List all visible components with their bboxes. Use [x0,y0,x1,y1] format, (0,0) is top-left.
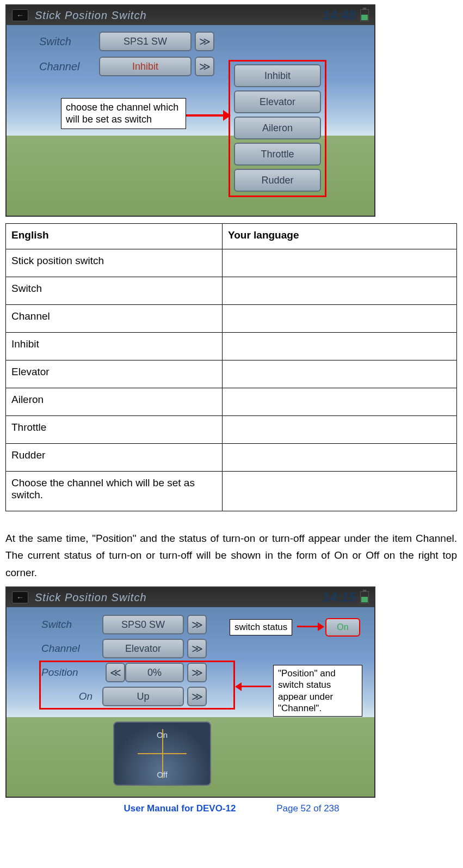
annotation-position-text: "Position" and switch status appear unde… [273,665,362,717]
form-rows: Switch SPS1 SW ≫ Channel Inhibit ≫ [39,32,214,82]
translation-table: English Your language Stick position swi… [5,223,457,511]
table-row: Aileron [6,388,457,416]
dropdown-item[interactable]: Aileron [234,117,321,139]
row-switch: Switch SPS0 SW ≫ [41,615,207,634]
label-channel: Channel [41,643,102,655]
table-row: Throttle [6,416,457,444]
header-english: English [6,224,223,249]
header-yourlang: Your language [222,224,456,249]
table-header-row: English Your language [6,224,457,249]
cell-yourlang[interactable] [222,277,456,305]
cell-english: Throttle [6,416,223,444]
annotation-arrow [236,686,271,687]
device-topbar: ← Stick Position Switch 14:48 [7,5,374,25]
label-channel: Channel [39,60,99,73]
screenshot-1: ← Stick Position Switch 14:48 Switch SPS… [5,4,375,217]
table-row: Elevator [6,360,457,388]
label-switch: Switch [39,35,99,48]
cell-yourlang[interactable] [222,472,456,511]
annotation-tooltip: choose the channel which will be set as … [61,98,186,129]
label-switch: Switch [41,619,102,631]
row-channel: Channel Inhibit ≫ [39,57,214,76]
value-switch[interactable]: SPS1 SW [99,32,192,51]
value-channel[interactable]: Inhibit [99,57,192,76]
clock: 14:48 [323,8,356,23]
footer-title: User Manual for DEVO-12 [124,803,236,814]
footer-page: Page 52 of 238 [276,803,339,814]
chevron-right-icon[interactable]: ≫ [195,32,214,51]
gauge-off-label: Off [157,770,168,779]
chevron-right-icon[interactable]: ≫ [195,57,214,76]
cell-yourlang[interactable] [222,249,456,277]
back-button[interactable]: ← [12,9,28,21]
cell-yourlang[interactable] [222,333,456,360]
cell-english: Rudder [6,444,223,472]
table-row: Rudder [6,444,457,472]
dropdown-item[interactable]: Inhibit [234,64,321,87]
battery-icon [360,9,369,21]
page-footer: User Manual for DEVO-12 Page 52 of 238 [5,803,458,814]
chevron-right-icon[interactable]: ≫ [187,615,207,634]
chevron-right-icon[interactable]: ≫ [187,639,207,658]
clock: 14:15 [323,590,356,605]
cell-yourlang[interactable] [222,416,456,444]
cell-english: Choose the channel which will be set as … [6,472,223,511]
dropdown-item[interactable]: Elevator [234,90,321,113]
position-gauge: On Off [113,722,211,786]
screen-title: Stick Position Switch [35,9,147,22]
table-row: Channel [6,305,457,333]
screen-title: Stick Position Switch [35,591,147,604]
back-button[interactable]: ← [12,591,28,603]
table-row: Switch [6,277,457,305]
table-row: Stick position switch [6,249,457,277]
cell-english: Aileron [6,388,223,416]
cell-english: Elevator [6,360,223,388]
battery-icon [360,591,369,603]
value-switch[interactable]: SPS0 SW [102,615,184,634]
cell-yourlang[interactable] [222,305,456,333]
cell-english: Inhibit [6,333,223,360]
device-topbar: ← Stick Position Switch 14:15 [7,588,374,607]
cell-yourlang[interactable] [222,388,456,416]
annotation-arrow [186,114,230,117]
dropdown-item[interactable]: Throttle [234,143,321,166]
value-channel[interactable]: Elevator [102,639,184,658]
cell-english: Stick position switch [6,249,223,277]
table-row: Choose the channel which will be set as … [6,472,457,511]
row-channel: Channel Elevator ≫ [41,639,207,658]
annotation-switch-status: switch status [230,619,292,635]
cell-english: Channel [6,305,223,333]
body-paragraph: At the same time, "Position" and the sta… [5,530,457,581]
cell-english: Switch [6,277,223,305]
screenshot-2: ← Stick Position Switch 14:15 Switch SPS… [5,586,375,798]
dropdown-item[interactable]: Rudder [234,169,321,192]
annotation-highlight-box [39,661,235,710]
table-row: Inhibit [6,333,457,360]
cell-yourlang[interactable] [222,360,456,388]
annotation-arrow [297,626,323,627]
channel-dropdown: Inhibit Elevator Aileron Throttle Rudder [234,64,321,195]
status-indicator: On [325,618,360,637]
row-switch: Switch SPS1 SW ≫ [39,32,214,51]
gauge-crosshair-icon [138,753,187,754]
cell-yourlang[interactable] [222,444,456,472]
